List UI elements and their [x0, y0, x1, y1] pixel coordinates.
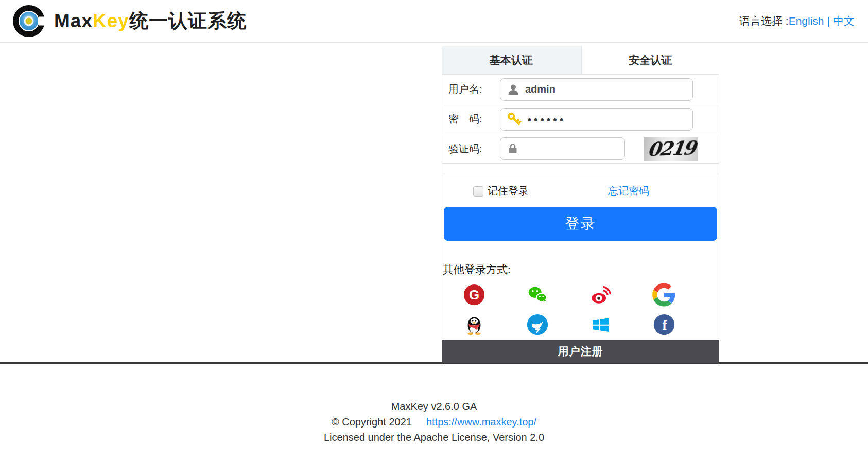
social-login-grid: G [442, 283, 696, 336]
footer-license: Licensed under the Apache License, Versi… [0, 430, 868, 445]
language-english-link[interactable]: English [789, 15, 824, 27]
auth-tabs: 基本认证 安全认证 [442, 46, 719, 74]
qq-icon[interactable] [462, 313, 486, 336]
app-title-key: Key [93, 10, 129, 31]
register-bar[interactable]: 用户注册 [442, 340, 719, 363]
wechat-icon[interactable] [526, 283, 549, 307]
captcha-row: 验证码: 0219 [442, 134, 719, 164]
tab-secure-auth[interactable]: 安全认证 [581, 46, 720, 74]
login-form: 用户名: 密 码: [442, 74, 719, 363]
password-input[interactable] [527, 115, 686, 123]
app-title: MaxKey统一认证系统 [54, 8, 247, 34]
footer-copyright-line: © Copyright 2021https://www.maxkey.top/ [0, 414, 868, 430]
remember-label: 记住登录 [488, 184, 529, 198]
gitee-icon[interactable]: G [462, 283, 486, 307]
login-panel: 基本认证 安全认证 用户名: 密 码: [442, 46, 719, 363]
captcha-label: 验证码: [448, 142, 500, 156]
username-row: 用户名: [442, 74, 719, 104]
username-label: 用户名: [448, 82, 500, 96]
svg-text:f: f [662, 317, 667, 333]
captcha-digits: 0219 [646, 137, 696, 161]
captcha-image[interactable]: 0219 [644, 137, 698, 161]
tab-basic-auth[interactable]: 基本认证 [442, 46, 581, 74]
forgot-password-link[interactable]: 忘记密码 [608, 184, 649, 198]
microsoft-icon[interactable] [589, 313, 613, 336]
language-selector: 语言选择 :English|中文 [739, 14, 855, 28]
username-input[interactable] [525, 83, 686, 95]
language-chinese-link[interactable]: 中文 [833, 15, 855, 27]
google-icon[interactable] [652, 283, 676, 307]
footer-copyright: © Copyright 2021 [332, 416, 412, 428]
password-row: 密 码: [442, 104, 719, 134]
dingtalk-icon[interactable] [526, 313, 549, 336]
page-footer: MaxKey v2.6.0 GA © Copyright 2021https:/… [0, 364, 868, 445]
login-button[interactable]: 登录 [444, 207, 717, 241]
user-icon [507, 83, 520, 96]
language-label: 语言选择 : [739, 15, 789, 27]
app-header: MaxKey统一认证系统 语言选择 :English|中文 [0, 0, 868, 43]
main-area: 基本认证 安全认证 用户名: 密 码: [0, 43, 868, 364]
other-methods-label: 其他登录方式: [442, 262, 719, 277]
svg-text:G: G [468, 288, 479, 302]
captcha-input-box [500, 137, 625, 160]
lock-icon [507, 143, 519, 155]
remember-checkbox[interactable] [473, 186, 483, 197]
username-input-box [500, 78, 693, 101]
footer-link[interactable]: https://www.maxkey.top/ [426, 416, 536, 428]
app-title-max: Max [54, 10, 93, 31]
app-title-suffix: 统一认证系统 [129, 10, 247, 31]
captcha-input[interactable] [524, 143, 618, 155]
weibo-icon[interactable] [589, 283, 613, 307]
footer-version: MaxKey v2.6.0 GA [0, 399, 868, 414]
facebook-icon[interactable]: f [652, 313, 676, 336]
key-icon [507, 112, 522, 127]
language-separator: | [827, 15, 830, 27]
password-label: 密 码: [448, 112, 500, 126]
remember-row: 记住登录 忘记密码 [442, 176, 719, 206]
maxkey-logo-icon [13, 5, 45, 37]
password-input-box [500, 108, 693, 131]
